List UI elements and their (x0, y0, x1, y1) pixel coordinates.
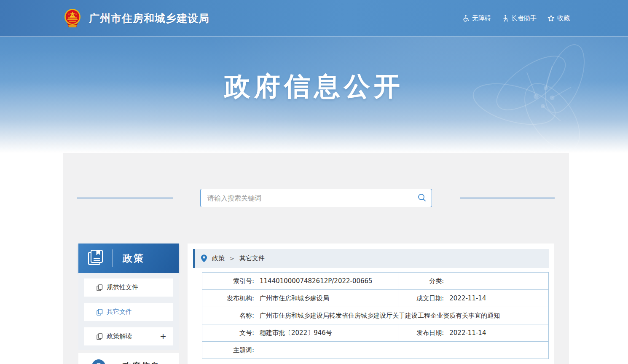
breadcrumb-separator: > (230, 255, 234, 262)
document-name-cell: 名称:广州市住房和城乡建设局转发省住房城乡建设厅关于建设工程企业资质有关事宜的通… (202, 307, 549, 324)
sidebar-item-policy-interpretation[interactable]: 政策解读 + (84, 327, 173, 345)
banner: 政府信息公开 (0, 37, 628, 153)
field-label: 成文日期: (402, 294, 444, 302)
sidebar-section-title: 政策 (123, 252, 145, 265)
site-title: 广州市住房和城乡建设局 (89, 11, 209, 25)
written-date-cell: 成文日期:2022-11-14 (398, 290, 549, 307)
search-input[interactable] (201, 189, 412, 207)
field-value: 广州市住房和城乡建设局转发省住房城乡建设厅关于建设工程企业资质有关事宜的通知 (260, 312, 500, 319)
sidebar-header-policy[interactable]: 政策 (78, 244, 179, 273)
issuing-agency-cell: 发布机构:广州市住房和城乡建设局 (202, 290, 398, 307)
document-number-cell: 文号:穗建审批〔2022〕946号 (202, 324, 398, 342)
breadcrumb-current: 其它文件 (239, 254, 265, 262)
table-row: 主题词: (202, 342, 549, 359)
field-label: 发布机构: (206, 294, 254, 302)
document-icon (97, 284, 103, 291)
field-label: 名称: (206, 312, 254, 320)
field-label: 索引号: (206, 277, 254, 285)
elder-helper-label: 长者助手 (511, 14, 537, 22)
breadcrumb-root[interactable]: 政策 (212, 254, 225, 262)
sidebar-list: 规范性文件 其它文件 (78, 273, 179, 350)
table-row: 名称:广州市住房和城乡建设局转发省住房城乡建设厅关于建设工程企业资质有关事宜的通… (202, 307, 549, 324)
topbar-links: 无障碍 长者助手 收藏 (462, 0, 570, 37)
search-button[interactable] (412, 189, 432, 207)
search-icon (417, 193, 427, 203)
main-panel: 政策 > 其它文件 索引号:11440100007482612P/2022-00… (188, 244, 554, 364)
book-icon (87, 249, 105, 268)
field-label: 主题词: (206, 346, 254, 354)
location-pin-icon (201, 254, 207, 262)
star-icon (547, 15, 555, 22)
field-value: 2022-11-14 (449, 329, 486, 337)
field-value: 2022-11-14 (449, 294, 486, 302)
accessibility-label: 无障碍 (472, 14, 491, 22)
page: 广州市住房和城乡建设局 无障碍 (0, 0, 628, 364)
field-label: 发布日期: (402, 329, 444, 337)
expand-plus-icon[interactable]: + (160, 332, 166, 340)
sidebar-item-label: 政策解读 (107, 332, 132, 340)
wheelchair-icon (462, 15, 470, 22)
decor-line-right (460, 198, 555, 198)
index-number-cell: 索引号:11440100007482612P/2022-00665 (202, 273, 398, 290)
accessibility-link[interactable]: 无障碍 (462, 14, 491, 22)
table-row: 发布机构:广州市住房和城乡建设局 成文日期:2022-11-14 (202, 290, 549, 307)
document-icon (97, 309, 103, 316)
table-row: 索引号:11440100007482612P/2022-00665 分类: (202, 273, 549, 290)
content-container: 政策 规范性文件 (63, 153, 569, 364)
header-divider (112, 249, 113, 267)
document-info-table: 索引号:11440100007482612P/2022-00665 分类: 发布… (202, 272, 549, 359)
breadcrumb: 政策 > 其它文件 (193, 249, 549, 268)
decor-line-left (77, 198, 173, 198)
table-row: 文号:穗建审批〔2022〕946号 发布日期:2022-11-14 (202, 324, 549, 342)
sidebar: 政策 规范性文件 (78, 244, 179, 364)
sidebar-item-normative-docs[interactable]: 规范性文件 (84, 278, 173, 297)
field-label: 文号: (206, 329, 254, 337)
field-value: 广州市住房和城乡建设局 (260, 294, 329, 302)
header-divider (114, 359, 114, 364)
sidebar-section-title: 政府信息 (123, 361, 160, 364)
favorite-label: 收藏 (557, 14, 570, 22)
field-label: 分类: (402, 277, 444, 285)
favorite-link[interactable]: 收藏 (547, 14, 570, 22)
publish-date-cell: 发布日期:2022-11-14 (398, 324, 549, 342)
keywords-cell: 主题词: (202, 342, 549, 359)
document-icon (97, 333, 103, 340)
field-value: 11440100007482612P/2022-00665 (260, 277, 373, 285)
sidebar-item-label: 其它文件 (107, 308, 132, 316)
field-value: 穗建审批〔2022〕946号 (260, 329, 332, 337)
sidebar-header-gov-info[interactable]: 政府信息 (78, 353, 179, 364)
sidebar-item-label: 规范性文件 (107, 284, 138, 292)
gov-info-icon (92, 359, 105, 364)
elder-helper-link[interactable]: 长者助手 (502, 14, 537, 22)
national-emblem-logo (62, 8, 83, 29)
site-brand[interactable]: 广州市住房和城乡建设局 (62, 0, 209, 37)
sidebar-item-other-docs[interactable]: 其它文件 (84, 303, 173, 321)
page-title: 政府信息公开 (0, 69, 628, 104)
elder-person-icon (502, 15, 509, 22)
topbar: 广州市住房和城乡建设局 无障碍 (0, 0, 628, 37)
search-box (200, 189, 432, 207)
category-cell: 分类: (398, 273, 549, 290)
